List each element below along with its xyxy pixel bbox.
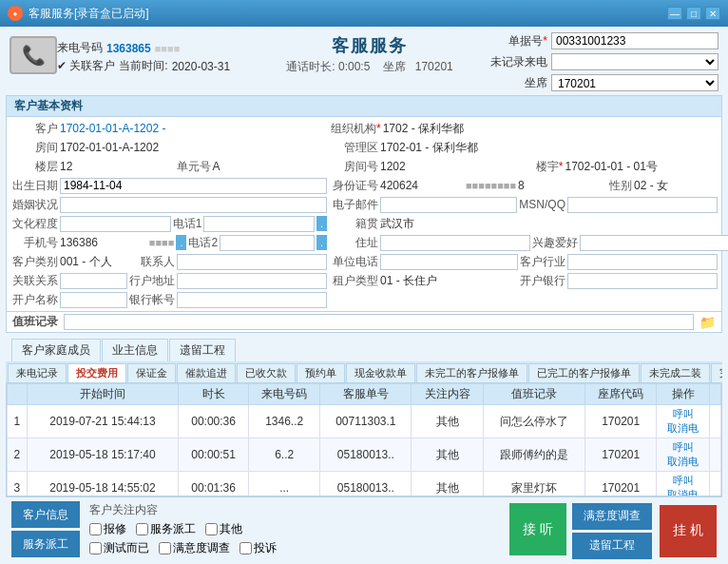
- rental-type-value: 01 - 长住户: [380, 273, 518, 289]
- close-button[interactable]: ✕: [705, 7, 720, 20]
- app-icon: ●: [8, 6, 23, 21]
- checkbox-test[interactable]: 测试而已: [89, 540, 149, 556]
- right-action-group: 满意度调查 遗留工程: [572, 503, 652, 559]
- subtab-received[interactable]: 已收欠款: [237, 363, 296, 382]
- subtab-incomplete-deco[interactable]: 未完成二装: [641, 363, 710, 382]
- window-controls: — □ ✕: [667, 7, 720, 20]
- checkbox-repair-label: 报修: [104, 521, 126, 537]
- legacy-work-btn[interactable]: 遗留工程: [572, 533, 652, 559]
- incoming-select[interactable]: [551, 53, 718, 70]
- open-bank-input[interactable]: [567, 273, 718, 289]
- subtab-complete-deco[interactable]: 完成二装: [711, 363, 722, 382]
- minimize-button[interactable]: —: [667, 7, 682, 20]
- cancel-btn-2[interactable]: 取消电: [667, 488, 699, 496]
- checkbox-other-input[interactable]: [205, 523, 218, 535]
- cell-num: 3: [8, 472, 28, 497]
- checkbox-satisfaction-input[interactable]: [159, 542, 171, 554]
- tab-family-members[interactable]: 客户家庭成员: [11, 339, 101, 361]
- order-no-input[interactable]: [551, 32, 718, 49]
- cancel-btn-1[interactable]: 取消电: [667, 455, 699, 469]
- visit-addr-input[interactable]: [177, 273, 327, 289]
- date-value: 2020-03-31: [172, 60, 230, 73]
- main-tab-row: 客户家庭成员 业主信息 遗留工程: [11, 339, 236, 361]
- bank-acct-input[interactable]: [177, 292, 327, 308]
- checkbox-dispatch-input[interactable]: [136, 523, 148, 535]
- maximize-button[interactable]: □: [686, 7, 701, 20]
- cell-time: 2019-07-21 15:44:13: [27, 405, 178, 438]
- cell-phone: 6..2: [248, 438, 319, 472]
- duration-label: 通话时长:: [286, 60, 335, 73]
- domicile-label: 籍贯: [331, 216, 378, 232]
- tab-owner-info[interactable]: 业主信息: [102, 339, 168, 361]
- dob-input[interactable]: [60, 178, 327, 194]
- msn-input[interactable]: [567, 197, 718, 213]
- cancel-btn-0[interactable]: 取消电: [667, 421, 699, 436]
- cell-phone: 1346..2: [248, 405, 319, 438]
- phone1-input[interactable]: [203, 216, 315, 232]
- subtab-complete-repair[interactable]: 已完工的客户报修单: [528, 363, 640, 382]
- col-start-time: 开始时间: [27, 384, 178, 405]
- cell-op: 呼叫 取消电: [657, 405, 710, 438]
- phone-value: 136386: [60, 236, 147, 249]
- checkbox-complaint[interactable]: 投诉: [239, 540, 277, 556]
- call-btn-2[interactable]: 呼叫: [673, 474, 694, 488]
- col-op: 操作: [657, 384, 710, 405]
- checkbox-dispatch[interactable]: 服务派工: [136, 521, 196, 537]
- phone2-call-btn[interactable]: .: [316, 235, 327, 250]
- seat-no-label: 坐席: [490, 75, 547, 91]
- customer-info-btn[interactable]: 客户信息: [11, 501, 80, 528]
- rel-input[interactable]: [60, 273, 127, 289]
- subtab-appointment[interactable]: 预约单: [297, 363, 345, 382]
- cell-order: 05180013..: [320, 438, 412, 472]
- open-acct-input[interactable]: [60, 292, 127, 308]
- floor-label: 楼层: [10, 159, 58, 175]
- marital-input[interactable]: [60, 197, 327, 213]
- data-table-container[interactable]: 开始时间 时长 来电号码 客服单号 关注内容 值班记录 座席代码 操作 1 2: [6, 382, 722, 496]
- phone1-call-btn[interactable]: .: [316, 216, 327, 231]
- unit-phone-input[interactable]: [380, 254, 518, 270]
- memo-input[interactable]: [64, 314, 694, 330]
- dob-label: 出生日期: [10, 178, 58, 194]
- col-duration: 时长: [179, 384, 249, 405]
- cell-op: 呼叫 取消电: [657, 472, 710, 497]
- checkbox-test-input[interactable]: [89, 542, 102, 554]
- satisfaction-survey-btn[interactable]: 满意度调查: [572, 503, 652, 530]
- cust-industry-input[interactable]: [567, 254, 718, 270]
- answer-btn[interactable]: 接 听: [509, 503, 566, 555]
- linked-label: ✔ 关联客户: [57, 58, 115, 74]
- cell-seat: 170201: [584, 472, 656, 497]
- rental-type-label: 租户类型: [331, 273, 378, 289]
- email-input[interactable]: [380, 197, 517, 213]
- culture-input[interactable]: [60, 216, 171, 232]
- call-btn-1[interactable]: 呼叫: [673, 440, 694, 455]
- contact-input[interactable]: [177, 254, 327, 270]
- seat-no-select[interactable]: 170201: [551, 74, 718, 91]
- service-dispatch-btn[interactable]: 服务派工: [11, 531, 80, 557]
- call-btn-0[interactable]: 呼叫: [673, 407, 694, 421]
- tab-legacy-work[interactable]: 遗留工程: [169, 339, 236, 361]
- checkbox-satisfaction[interactable]: 满意度调查: [159, 540, 230, 556]
- email-label: 电话1: [173, 216, 202, 232]
- col-num: [8, 384, 28, 405]
- checkbox-complaint-input[interactable]: [239, 542, 252, 554]
- caller-number: 1363865: [106, 42, 151, 55]
- subtab-cash[interactable]: 现金收款单: [346, 363, 415, 382]
- address-label: 住址: [331, 235, 378, 251]
- building-label: 楼宇: [535, 159, 564, 175]
- subtab-call-records[interactable]: 来电记录: [8, 363, 67, 382]
- checkbox-repair[interactable]: 报修: [89, 521, 126, 537]
- phone-call-btn[interactable]: .: [176, 235, 186, 250]
- hobby-input[interactable]: [580, 235, 728, 251]
- hangup-btn[interactable]: 挂 机: [660, 505, 717, 557]
- subtab-incomplete-repair[interactable]: 未完工的客户报修单: [416, 363, 527, 382]
- checkbox-dispatch-label: 服务派工: [150, 521, 196, 537]
- phone2-input[interactable]: [220, 235, 315, 251]
- checkbox-other[interactable]: 其他: [205, 521, 242, 537]
- address-input[interactable]: [380, 235, 530, 251]
- bank-acct-label: 银行帐号: [129, 292, 175, 308]
- subtab-urge[interactable]: 催款追进: [177, 363, 236, 382]
- checkbox-repair-input[interactable]: [89, 523, 102, 535]
- folder-icon[interactable]: 📁: [699, 315, 716, 330]
- subtab-fees[interactable]: 投交费用: [67, 363, 126, 382]
- subtab-deposit[interactable]: 保证金: [127, 363, 176, 382]
